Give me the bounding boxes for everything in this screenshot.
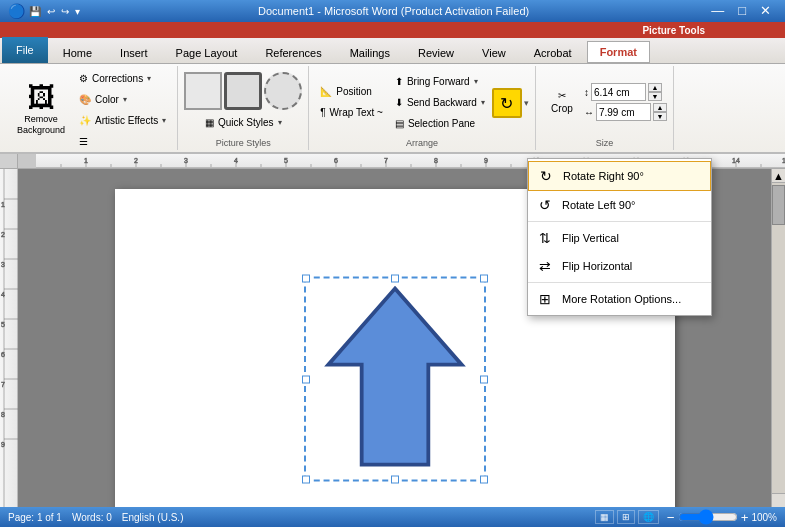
height-down-button[interactable]: ▼	[648, 92, 662, 101]
width-row: ↔ ▲ ▼	[584, 103, 667, 121]
svg-text:4: 4	[1, 291, 5, 298]
corrections-button[interactable]: ⚙ Corrections ▾	[74, 68, 171, 88]
send-backward-button[interactable]: ⬇ Send Backward ▾	[390, 92, 490, 112]
size-inputs: ↕ ▲ ▼ ↔ ▲ ▼	[584, 83, 667, 121]
rotate-right-menu-item[interactable]: ↻ Rotate Right 90°	[528, 161, 711, 191]
word-icon: 🔵	[8, 3, 25, 19]
more-rotation-menu-item[interactable]: ⊞ More Rotation Options...	[528, 285, 711, 313]
arrange-content: 📐 Position ¶ Wrap Text ~ ⬆ Bring Forward…	[315, 68, 529, 136]
svg-text:5: 5	[284, 157, 288, 164]
redo-qa-button[interactable]: ↪	[59, 3, 71, 19]
bring-forward-button[interactable]: ⬆ Bring Forward ▾	[390, 71, 490, 91]
minimize-button[interactable]: —	[705, 0, 730, 22]
size-group: ✂ Crop ↕ ▲ ▼ ↔ ▲ ▼	[536, 66, 674, 150]
undo-qa-button[interactable]: ↩	[45, 3, 57, 19]
scroll-down-button[interactable]: ▼	[772, 493, 785, 507]
tab-home[interactable]: Home	[50, 41, 105, 63]
crop-icon: ✂	[558, 90, 566, 101]
adjust-content: 🖼 RemoveBackground ⚙ Corrections ▾ 🎨 Col…	[10, 68, 171, 151]
words-status: Words: 0	[72, 512, 112, 523]
svg-text:3: 3	[1, 261, 5, 268]
tab-file[interactable]: File	[2, 37, 48, 63]
artistic-effects-button[interactable]: ✨ Artistic Effects ▾	[74, 110, 171, 130]
remove-bg-icon: 🖼	[27, 84, 55, 112]
save-qa-button[interactable]: 💾	[27, 3, 43, 19]
remove-background-button[interactable]: 🖼 RemoveBackground	[10, 76, 72, 144]
size-label: Size	[542, 136, 667, 148]
flip-vertical-icon: ⇅	[536, 229, 554, 247]
svg-text:7: 7	[1, 381, 5, 388]
position-icon: 📐	[320, 86, 332, 97]
corrections-icon: ⚙	[79, 73, 88, 84]
quick-styles-arrow: ▾	[278, 118, 282, 127]
artistic-arrow: ▾	[162, 116, 166, 125]
send-backward-icon: ⬇	[395, 97, 403, 108]
adjust-small-buttons: ⚙ Corrections ▾ 🎨 Color ▾ ✨ Artistic Eff…	[74, 68, 171, 151]
quick-access-toolbar: 🔵 💾 ↩ ↪ ▾	[8, 3, 82, 19]
title-bar: 🔵 💾 ↩ ↪ ▾ Document1 - Microsoft Word (Pr…	[0, 0, 785, 22]
height-input[interactable]	[591, 83, 646, 101]
zoom-out-button[interactable]: −	[667, 510, 675, 525]
tab-insert[interactable]: Insert	[107, 41, 161, 63]
adjust-more-button[interactable]: ☰	[74, 131, 171, 151]
rotate-button[interactable]: ↻	[492, 88, 522, 118]
picture-styles-label: Picture Styles	[184, 136, 302, 148]
svg-text:8: 8	[434, 157, 438, 164]
wrap-text-button[interactable]: ¶ Wrap Text ~	[315, 103, 388, 123]
print-layout-button[interactable]: ▦	[595, 510, 614, 524]
scroll-thumb[interactable]	[772, 185, 785, 225]
width-down-button[interactable]: ▼	[653, 112, 667, 121]
rotate-left-menu-item[interactable]: ↺ Rotate Left 90°	[528, 191, 711, 219]
width-up-button[interactable]: ▲	[653, 103, 667, 112]
send-backward-arrow: ▾	[481, 98, 485, 107]
position-button[interactable]: 📐 Position	[315, 82, 388, 102]
height-up-button[interactable]: ▲	[648, 83, 662, 92]
full-screen-button[interactable]: ⊞	[617, 510, 635, 524]
tab-review[interactable]: Review	[405, 41, 467, 63]
svg-text:1: 1	[84, 157, 88, 164]
svg-text:9: 9	[1, 441, 5, 448]
width-icon: ↔	[584, 107, 594, 118]
close-button[interactable]: ✕	[754, 0, 777, 22]
corrections-arrow: ▾	[147, 74, 151, 83]
width-input[interactable]	[596, 103, 651, 121]
scrollbar-vertical[interactable]: ▲ ▼	[771, 169, 785, 507]
color-button[interactable]: 🎨 Color ▾	[74, 89, 171, 109]
selection-pane-button[interactable]: ▤ Selection Pane	[390, 113, 490, 133]
svg-text:8: 8	[1, 411, 5, 418]
tab-mailings[interactable]: Mailings	[337, 41, 403, 63]
arrow-image[interactable]	[305, 279, 485, 479]
arrange-col3: ↻ ▾	[492, 86, 529, 118]
style-thumb-2[interactable]	[224, 72, 262, 110]
status-bar: Page: 1 of 1 Words: 0 English (U.S.) ▦ ⊞…	[0, 507, 785, 527]
svg-text:2: 2	[134, 157, 138, 164]
zoom-range-input[interactable]	[678, 512, 738, 522]
zoom-in-button[interactable]: +	[741, 510, 749, 525]
tab-view[interactable]: View	[469, 41, 519, 63]
tab-references[interactable]: References	[252, 41, 334, 63]
scroll-up-button[interactable]: ▲	[772, 169, 785, 183]
arrange-label: Arrange	[315, 136, 529, 148]
svg-text:6: 6	[1, 351, 5, 358]
picture-tools-bar: Picture Tools	[0, 22, 785, 38]
page-status: Page: 1 of 1	[8, 512, 62, 523]
style-thumb-1[interactable]	[184, 72, 222, 110]
language-status: English (U.S.)	[122, 512, 184, 523]
size-content: ✂ Crop ↕ ▲ ▼ ↔ ▲ ▼	[542, 68, 667, 136]
flip-vertical-menu-item[interactable]: ⇅ Flip Vertical	[528, 224, 711, 252]
style-thumb-3[interactable]	[264, 72, 302, 110]
adjust-more-icon: ☰	[79, 136, 88, 147]
tab-format[interactable]: Format	[587, 41, 650, 63]
window-title: Document1 - Microsoft Word (Product Acti…	[82, 5, 705, 17]
qa-dropdown-button[interactable]: ▾	[73, 3, 82, 19]
quick-styles-button[interactable]: ▦ Quick Styles ▾	[200, 112, 287, 132]
svg-text:3: 3	[184, 157, 188, 164]
crop-button[interactable]: ✂ Crop	[542, 68, 582, 136]
rotate-dropdown-arrow[interactable]: ▾	[524, 98, 529, 108]
tab-acrobat[interactable]: Acrobat	[521, 41, 585, 63]
flip-horizontal-menu-item[interactable]: ⇄ Flip Horizontal	[528, 252, 711, 280]
rotate-right-icon: ↻	[537, 167, 555, 185]
maximize-button[interactable]: □	[732, 0, 752, 22]
web-layout-button[interactable]: 🌐	[638, 510, 659, 524]
tab-pagelayout[interactable]: Page Layout	[163, 41, 251, 63]
